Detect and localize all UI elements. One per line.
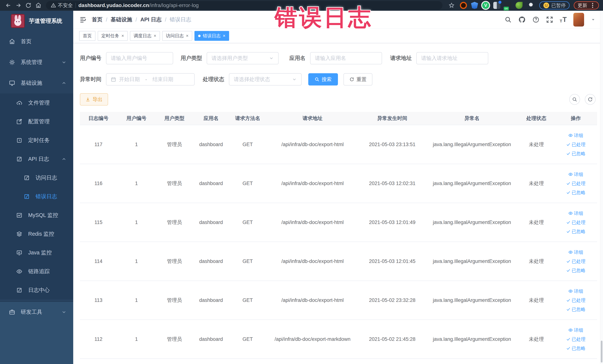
font-size-icon[interactable]: TT (560, 16, 567, 23)
user-type-select[interactable]: 请选择用户类型 (207, 52, 278, 64)
extension-orange-icon[interactable] (460, 2, 467, 9)
breadcrumb-home[interactable]: 首页 (92, 16, 103, 23)
detail-link-label: 详细 (574, 288, 583, 294)
sidebar-item-access-log[interactable]: 访问日志 (0, 168, 73, 187)
sidebar-item-trace[interactable]: 链路追踪 (0, 262, 73, 281)
extension-green-icon[interactable]: V (482, 2, 489, 9)
user-id-input[interactable] (111, 55, 168, 61)
mark-processed-link[interactable]: 已处理 (566, 336, 586, 342)
process-status-select[interactable]: 请选择处理状态 (229, 73, 302, 85)
sidebar-item-error-log[interactable]: 错误日志 (0, 187, 73, 206)
sidebar-item-api-log[interactable]: API 日志 (0, 150, 73, 168)
request-url-input[interactable] (421, 55, 483, 61)
toggle-search-button[interactable] (569, 94, 580, 105)
github-icon[interactable] (518, 16, 526, 23)
mark-ignored-link[interactable]: 已忽略 (566, 228, 586, 235)
mark-processed-link[interactable]: 已处理 (566, 258, 586, 264)
log-doc-icon (16, 287, 23, 293)
mark-processed-link[interactable]: 已处理 (566, 141, 586, 148)
search-button[interactable]: 搜索 (308, 73, 338, 85)
sidebar-item-log-center[interactable]: 日志中心 (0, 281, 73, 299)
sidebar-item-system[interactable]: 系统管理 (0, 52, 73, 73)
detail-link[interactable]: 详细 (568, 327, 583, 333)
refresh-table-button[interactable] (585, 94, 596, 105)
extension-leaf-icon[interactable] (515, 2, 522, 9)
fullscreen-icon[interactable] (546, 16, 553, 23)
eye-icon (16, 269, 23, 274)
cell-status: 未处理 (518, 180, 555, 187)
detail-link[interactable]: 详细 (568, 288, 583, 294)
security-warning[interactable]: 不安全 (51, 2, 73, 9)
close-icon[interactable]: × (186, 33, 188, 38)
scrollbar-thumb[interactable] (601, 341, 603, 363)
close-icon[interactable]: × (154, 33, 156, 38)
app-logo-row[interactable]: 芋道管理系统 (0, 11, 73, 31)
sidebar-item-mysql-monitor[interactable]: MySQL 监控 (0, 206, 73, 224)
cell-status: 未处理 (518, 141, 555, 148)
tag-home[interactable]: 首页 (79, 31, 95, 41)
mark-ignored-link[interactable]: 已忽略 (566, 151, 586, 157)
cell-status: 未处理 (518, 336, 555, 342)
detail-link[interactable]: 详细 (568, 210, 583, 216)
sidebar-item-file-manage[interactable]: 文件管理 (0, 94, 73, 112)
cell-time: 2021-05-03 12:01:45 (359, 258, 426, 264)
cell-actions: 详细 已处理 已忽略 (555, 249, 597, 273)
export-button[interactable]: 导出 (80, 93, 108, 106)
reload-icon[interactable] (24, 1, 33, 10)
sidebar-item-devtools[interactable]: 研发工具 (0, 302, 73, 322)
mark-processed-link[interactable]: 已处理 (566, 297, 586, 303)
tag-access-log[interactable]: 访问日志× (162, 31, 192, 41)
mark-ignored-label: 已忽略 (572, 151, 586, 157)
mark-processed-link[interactable]: 已处理 (566, 219, 586, 225)
help-icon[interactable] (532, 16, 539, 23)
detail-link[interactable]: 详细 (568, 249, 583, 255)
app-name-input[interactable] (315, 55, 377, 61)
breadcrumb-api-log[interactable]: API 日志 (140, 16, 162, 23)
profile-paused-badge[interactable]: 已暂停 (539, 1, 570, 10)
sidebar-item-label: 日志中心 (28, 286, 50, 294)
detail-link[interactable]: 详细 (568, 171, 583, 177)
extension-on-icon[interactable]: on (504, 2, 511, 9)
mark-processed-link[interactable]: 已处理 (566, 180, 586, 187)
search-icon[interactable] (505, 16, 512, 23)
eye-icon (568, 250, 573, 254)
extension-grid-icon[interactable] (493, 2, 500, 9)
date-range-picker[interactable]: 开始日期 - 结束日期 (106, 73, 195, 85)
sidebar-item-java-monitor[interactable]: Java 监控 (0, 243, 73, 262)
sidebar-item-redis-monitor[interactable]: Redis 监控 (0, 224, 73, 243)
sidebar-item-config-manage[interactable]: 配置管理 (0, 112, 73, 131)
hamburger-icon[interactable] (79, 16, 87, 23)
eye-icon (568, 133, 573, 138)
mark-ignored-label: 已忽略 (572, 306, 586, 312)
mark-ignored-link[interactable]: 已忽略 (566, 267, 586, 273)
update-button[interactable]: 更新 (574, 1, 599, 10)
forward-icon[interactable] (14, 1, 23, 10)
mark-ignored-link[interactable]: 已忽略 (566, 189, 586, 196)
close-icon[interactable]: × (121, 33, 124, 38)
user-avatar[interactable] (573, 13, 584, 26)
page-scrollbar[interactable] (600, 11, 603, 364)
breadcrumb-infra[interactable]: 基础设施 (111, 16, 132, 23)
sidebar-item-home[interactable]: 首页 (0, 31, 73, 52)
extension-shield-icon[interactable] (471, 2, 478, 9)
mark-ignored-link[interactable]: 已忽略 (566, 345, 586, 351)
tag-cron-job[interactable]: 定时任务× (98, 31, 128, 41)
mark-ignored-link[interactable]: 已忽略 (566, 306, 586, 312)
tag-schedule-log[interactable]: 调度日志× (130, 31, 160, 41)
extensions-puzzle-icon[interactable] (527, 1, 535, 10)
address-bar[interactable]: 不安全 dashboard.yudao.iocoder.cn/infra/log… (46, 1, 442, 10)
back-icon[interactable] (4, 1, 13, 10)
sidebar-item-cron-job[interactable]: 定时任务 (0, 131, 73, 150)
detail-link[interactable]: 详细 (568, 132, 583, 139)
reset-button[interactable]: 重置 (344, 73, 372, 85)
close-icon[interactable]: × (223, 33, 225, 38)
caret-down-icon[interactable] (591, 17, 596, 22)
kebab-menu-icon[interactable] (590, 3, 595, 8)
sidebar-item-label: Java 监控 (28, 249, 52, 257)
bookmark-star-icon[interactable] (447, 1, 456, 10)
tag-error-log[interactable]: 错误日志× (195, 31, 229, 41)
cell-time: 2021-05-02 23:32:28 (359, 297, 426, 303)
sidebar-item-infra[interactable]: 基础设施 (0, 73, 73, 94)
mark-processed-label: 已处理 (572, 297, 586, 303)
home-icon[interactable] (34, 1, 43, 10)
